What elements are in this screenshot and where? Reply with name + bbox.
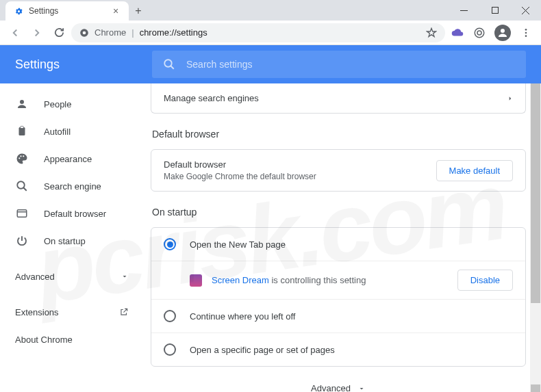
startup-option-specific-page[interactable]: Open a specific page or set of pages: [151, 333, 525, 366]
default-browser-sub: Make Google Chrome the default browser: [164, 172, 316, 181]
svg-point-3: [83, 31, 86, 34]
sidebar-item-label: Default browser: [44, 209, 106, 219]
svg-point-8: [525, 31, 527, 34]
search-engines-card: Manage search engines: [151, 83, 526, 114]
radio-icon: [164, 310, 176, 322]
sidebar-extensions-label: Extensions: [15, 307, 59, 317]
sidebar-item-appearance[interactable]: Appearance: [0, 145, 144, 172]
svg-point-6: [501, 29, 505, 33]
sidebar-item-label: Search engine: [44, 181, 101, 192]
clipboard-icon: [15, 125, 29, 138]
sidebar-item-label: Appearance: [44, 154, 92, 164]
close-window-button[interactable]: [510, 0, 541, 21]
extension-name-link[interactable]: Screen Dream: [212, 275, 269, 285]
browser-icon: [15, 207, 29, 220]
option-label: Open a specific page or set of pages: [190, 345, 335, 355]
sidebar-item-label: On startup: [44, 236, 86, 246]
content-area: pcrisk.com People Autofill Appearance Se…: [0, 83, 541, 392]
profile-avatar[interactable]: [494, 25, 511, 41]
menu-icon[interactable]: [516, 23, 536, 42]
address-url: chrome://settings: [140, 27, 207, 38]
svg-point-9: [525, 35, 527, 37]
sidebar-item-people[interactable]: People: [0, 90, 144, 118]
sidebar: People Autofill Appearance Search engine…: [0, 83, 144, 392]
browser-tab[interactable]: Settings ×: [5, 1, 129, 21]
startup-option-continue[interactable]: Continue where you left off: [151, 300, 525, 333]
scrollbar-thumb[interactable]: [531, 91, 540, 303]
svg-rect-13: [21, 127, 24, 129]
main-panel: Manage search engines Default browser De…: [144, 83, 541, 392]
close-icon[interactable]: ×: [111, 6, 121, 16]
window-titlebar: Settings × +: [0, 0, 541, 21]
reload-button[interactable]: [49, 23, 68, 42]
maximize-button[interactable]: [479, 0, 510, 21]
new-tab-button[interactable]: +: [129, 1, 148, 21]
chevron-down-icon: [121, 272, 129, 280]
disable-button[interactable]: Disable: [457, 270, 513, 291]
sidebar-item-label: Autofill: [44, 127, 71, 137]
extension-icon: [190, 274, 202, 287]
svg-rect-1: [492, 8, 498, 14]
search-input[interactable]: [186, 59, 515, 70]
startup-option-new-tab[interactable]: Open the New Tab page: [151, 228, 525, 261]
person-icon: [15, 97, 29, 111]
option-label: Open the New Tab page: [190, 239, 286, 250]
settings-header: Settings: [0, 45, 541, 83]
search-icon: [15, 179, 29, 193]
tab-title: Settings: [29, 6, 58, 16]
footer-advanced-toggle[interactable]: Advanced: [151, 367, 526, 392]
option-label: Continue where you left off: [190, 311, 295, 322]
sidebar-extensions-link[interactable]: Extensions: [0, 298, 144, 326]
default-browser-card: Default browser Make Google Chrome the d…: [151, 149, 526, 192]
extension-circle-icon[interactable]: [470, 23, 489, 42]
open-in-new-icon: [119, 307, 129, 317]
address-separator: |: [131, 27, 134, 38]
extension-controlling-row: Screen Dream is controlling this setting…: [151, 261, 525, 300]
svg-point-16: [23, 155, 24, 157]
sidebar-about-link[interactable]: About Chrome: [0, 326, 144, 353]
default-browser-label: Default browser: [164, 159, 316, 170]
scrollbar-down-button[interactable]: [531, 384, 540, 392]
scrollbar-track[interactable]: [530, 83, 541, 392]
on-startup-section-title: On startup: [152, 207, 526, 218]
footer-advanced-label: Advanced: [311, 383, 351, 392]
sidebar-advanced-toggle[interactable]: Advanced: [0, 263, 144, 290]
svg-point-7: [525, 29, 527, 31]
forward-button[interactable]: [27, 23, 47, 42]
default-browser-section-title: Default browser: [152, 129, 526, 140]
default-browser-row: Default browser Make Google Chrome the d…: [151, 150, 525, 191]
scrollbar-up-button[interactable]: [531, 83, 540, 91]
radio-icon: [164, 238, 176, 250]
svg-rect-18: [17, 210, 27, 218]
window-controls: [449, 0, 541, 21]
back-button[interactable]: [5, 23, 25, 42]
sidebar-about-label: About Chrome: [15, 335, 73, 345]
address-chrome-label: Chrome: [95, 27, 126, 38]
manage-search-engines-row[interactable]: Manage search engines: [151, 83, 525, 113]
sidebar-item-search-engine[interactable]: Search engine: [0, 172, 144, 200]
svg-rect-0: [460, 10, 468, 11]
power-icon: [15, 234, 29, 248]
sidebar-item-default-browser[interactable]: Default browser: [0, 200, 144, 227]
address-field[interactable]: Chrome | chrome://settings: [71, 23, 445, 42]
on-startup-card: Open the New Tab page Screen Dream is co…: [151, 227, 526, 367]
minimize-button[interactable]: [449, 0, 479, 21]
star-icon[interactable]: [426, 27, 437, 38]
extension-cloud-icon[interactable]: [448, 23, 467, 42]
sidebar-item-autofill[interactable]: Autofill: [0, 118, 144, 145]
svg-point-11: [20, 100, 24, 104]
svg-point-14: [18, 157, 20, 159]
radio-icon: [164, 343, 176, 356]
svg-point-4: [475, 28, 484, 38]
row-label: Manage search engines: [164, 93, 259, 103]
palette-icon: [15, 152, 29, 166]
svg-point-17: [17, 181, 25, 189]
page-title: Settings: [15, 57, 138, 72]
search-settings-box[interactable]: [152, 51, 526, 78]
sidebar-item-label: People: [44, 99, 71, 109]
sidebar-item-on-startup[interactable]: On startup: [0, 227, 144, 254]
svg-point-5: [477, 31, 481, 35]
svg-point-15: [20, 155, 21, 157]
chevron-right-icon: [507, 94, 513, 103]
make-default-button[interactable]: Make default: [436, 160, 513, 181]
